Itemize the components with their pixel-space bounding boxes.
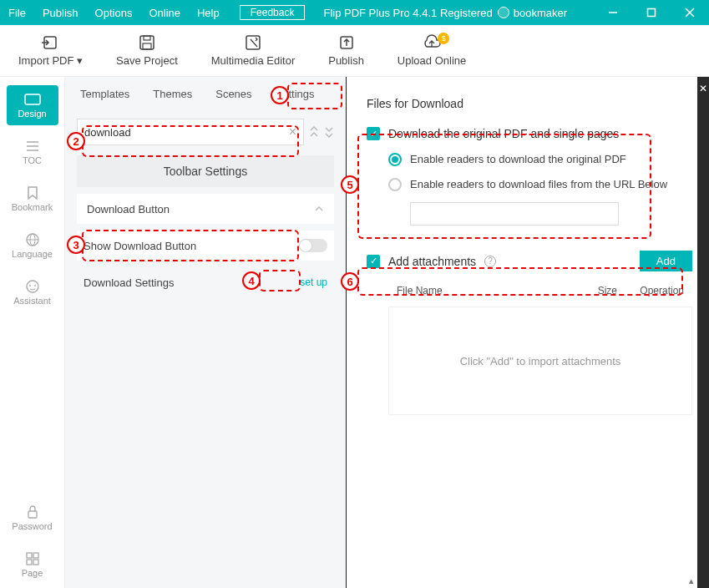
page-icon	[25, 551, 40, 566]
tab-templates[interactable]: Templates	[80, 88, 129, 100]
menu-options[interactable]: Options	[95, 7, 133, 19]
col-filename: File Name	[397, 285, 575, 297]
dark-edge: ✕	[697, 77, 709, 588]
bookmark-label: Bookmark	[12, 202, 53, 212]
svg-rect-7	[143, 43, 151, 49]
maximize-icon	[646, 8, 656, 18]
help-icon[interactable]: ?	[484, 256, 496, 267]
attachments-header: ✓ Add attachments ? Add	[367, 251, 692, 271]
multimedia-label: Multimedia Editor	[211, 54, 295, 67]
save-project-button[interactable]: Save Project	[116, 34, 178, 67]
assistant-label: Assistant	[13, 296, 51, 306]
multimedia-editor-button[interactable]: Multimedia Editor	[211, 34, 295, 67]
main-area: Design TOC Bookmark Language Assistant P…	[0, 77, 709, 588]
publish-label: Publish	[328, 54, 364, 67]
sidebar-item-design[interactable]: Design	[7, 85, 58, 125]
section-toolbar-settings[interactable]: Toolbar Settings	[77, 155, 334, 187]
expand-all-icon[interactable]	[324, 126, 334, 138]
left-sidebar: Design TOC Bookmark Language Assistant P…	[0, 77, 65, 588]
tab-scenes[interactable]: Scenes	[215, 88, 251, 100]
window-controls	[594, 0, 709, 25]
radio-original-pdf[interactable]	[388, 153, 402, 166]
attachments-table: File Name Size Operation Click "Add" to …	[388, 280, 692, 415]
globe-icon	[25, 232, 40, 247]
download-original-checkbox[interactable]: ✓	[367, 127, 380, 140]
row-show-download-button: Show Download Button	[77, 231, 334, 261]
panel-close-icon[interactable]: ✕	[697, 82, 709, 95]
bookmark-icon	[26, 185, 39, 200]
publish-icon	[338, 34, 355, 51]
search-row: ×	[77, 119, 334, 145]
annotation-badge-5: 5	[341, 175, 359, 194]
download-original-check-row: ✓ Download the original PDF and single p…	[367, 127, 692, 140]
section-download-button[interactable]: Download Button	[77, 194, 334, 224]
password-label: Password	[12, 521, 52, 531]
col-operation: Operation	[617, 285, 684, 297]
menu-help[interactable]: Help	[197, 7, 220, 19]
svg-rect-5	[140, 36, 154, 49]
svg-rect-24	[33, 560, 38, 565]
upload-online-button[interactable]: $ Upload Online	[398, 34, 466, 67]
collapse-all-icon[interactable]	[309, 126, 319, 138]
title-bar: File Publish Options Online Help Feedbac…	[0, 0, 709, 25]
chevron-up-icon	[314, 205, 324, 212]
menu-file[interactable]: File	[8, 7, 26, 19]
annotation-badge-1: 1	[271, 86, 289, 104]
annotation-badge-6: 6	[341, 272, 359, 291]
center-panel: Templates Themes Scenes Settings × Toolb…	[65, 77, 346, 588]
save-icon	[139, 34, 155, 51]
save-label: Save Project	[116, 54, 178, 67]
publish-button[interactable]: Publish	[328, 34, 364, 67]
close-button[interactable]	[671, 0, 709, 25]
sidebar-item-bookmark[interactable]: Bookmark	[7, 179, 58, 219]
radio-url-label: Enable readers to download files from th…	[410, 177, 667, 192]
radio-url[interactable]	[388, 178, 402, 191]
setup-link[interactable]: set up	[300, 276, 327, 288]
add-attachments-checkbox[interactable]: ✓	[367, 255, 380, 268]
add-button[interactable]: Add	[640, 251, 692, 271]
svg-rect-10	[25, 94, 40, 104]
subsection-label: Download Button	[87, 203, 170, 215]
sidebar-item-assistant[interactable]: Assistant	[7, 272, 58, 312]
svg-point-17	[27, 281, 38, 292]
feedback-button[interactable]: Feedback	[240, 5, 306, 20]
menu-bar: File Publish Options Online Help	[8, 7, 220, 19]
table-header: File Name Size Operation	[388, 280, 692, 302]
url-input[interactable]	[410, 202, 619, 226]
radio-row-url[interactable]: Enable readers to download files from th…	[388, 177, 692, 192]
menu-online[interactable]: Online	[149, 7, 180, 19]
annotation-badge-3: 3	[67, 236, 85, 254]
show-download-toggle[interactable]	[299, 239, 327, 252]
app-title: Flip PDF Plus Pro 4.4.1 Registered	[323, 7, 492, 19]
clear-search-icon[interactable]: ×	[289, 124, 296, 139]
sidebar-item-page[interactable]: Page	[7, 545, 58, 585]
svg-point-19	[34, 285, 36, 286]
download-settings-label: Download Settings	[84, 276, 174, 289]
import-icon	[42, 34, 60, 51]
row-download-settings: Download Settings set up	[77, 267, 334, 297]
search-input[interactable]	[84, 126, 289, 139]
minimize-icon	[608, 8, 618, 18]
show-download-label: Show Download Button	[84, 240, 196, 252]
design-icon	[24, 92, 41, 107]
download-radio-group: Enable readers to download the original …	[388, 152, 692, 192]
scroll-indicator-icon[interactable]: ▴	[689, 575, 694, 586]
maximize-button[interactable]	[632, 0, 671, 25]
right-panel: ✕ Files for Download ✓ Download the orig…	[346, 77, 709, 588]
multimedia-icon	[245, 34, 261, 51]
search-box: ×	[77, 119, 304, 145]
import-pdf-button[interactable]: Import PDF ▾	[18, 34, 83, 67]
sidebar-item-password[interactable]: Password	[7, 498, 58, 538]
svg-rect-1	[648, 9, 656, 17]
radio-row-original-pdf[interactable]: Enable readers to download the original …	[388, 152, 692, 167]
user-account[interactable]: bookmaker	[498, 7, 567, 19]
sidebar-item-toc[interactable]: TOC	[7, 132, 58, 172]
menu-publish[interactable]: Publish	[43, 7, 78, 19]
language-label: Language	[12, 249, 53, 259]
minimize-button[interactable]	[594, 0, 632, 25]
sidebar-item-language[interactable]: Language	[7, 226, 58, 266]
tab-themes[interactable]: Themes	[153, 88, 192, 100]
lock-icon	[26, 504, 39, 520]
assistant-icon	[25, 279, 40, 294]
radio-original-label: Enable readers to download the original …	[410, 152, 626, 167]
